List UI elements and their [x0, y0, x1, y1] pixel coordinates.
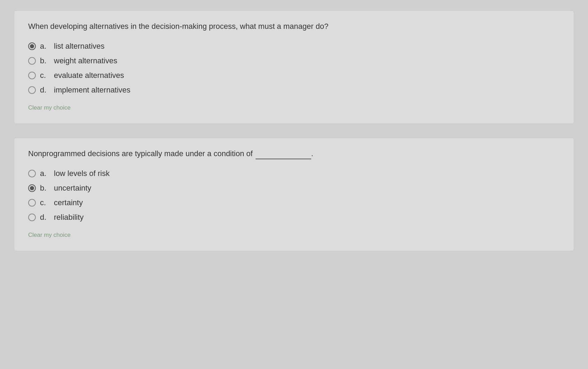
question-1-options: a. list alternatives b. weight alternati… [28, 42, 560, 95]
radio-inner-2-b [30, 186, 34, 190]
option-text-1-d: implement alternatives [54, 86, 130, 95]
option-1-a[interactable]: a. list alternatives [28, 42, 560, 51]
question-card-1: When developing alternatives in the deci… [14, 10, 574, 124]
option-letter-2-a: a. [40, 169, 50, 178]
option-text-2-d: reliability [54, 213, 84, 222]
option-1-c[interactable]: c. evaluate alternatives [28, 71, 560, 80]
option-letter-1-c: c. [40, 71, 50, 80]
option-2-d[interactable]: d. reliability [28, 213, 560, 222]
option-1-d[interactable]: d. implement alternatives [28, 86, 560, 95]
question-2-text-before: Nonprogrammed decisions are typically ma… [28, 149, 253, 158]
radio-2-a[interactable] [28, 170, 36, 177]
option-text-1-c: evaluate alternatives [54, 71, 124, 80]
option-label-2-a: a. low levels of risk [40, 169, 110, 178]
option-label-1-c: c. evaluate alternatives [40, 71, 124, 80]
radio-inner-1-a [30, 44, 34, 48]
option-text-2-b: uncertainty [54, 184, 91, 193]
option-letter-1-b: b. [40, 56, 50, 65]
option-1-b[interactable]: b. weight alternatives [28, 56, 560, 65]
option-text-1-b: weight alternatives [54, 56, 117, 65]
radio-1-c[interactable] [28, 72, 36, 79]
option-label-2-c: c. certainty [40, 198, 83, 207]
option-letter-1-a: a. [40, 42, 50, 51]
question-card-2: Nonprogrammed decisions are typically ma… [14, 138, 574, 251]
option-letter-2-d: d. [40, 213, 50, 222]
option-2-a[interactable]: a. low levels of risk [28, 169, 560, 178]
question-2-options: a. low levels of risk b. uncertainty c. … [28, 169, 560, 222]
option-letter-2-b: b. [40, 184, 50, 193]
option-text-2-a: low levels of risk [54, 169, 110, 178]
radio-2-d[interactable] [28, 214, 36, 221]
option-label-1-b: b. weight alternatives [40, 56, 117, 65]
option-label-2-d: d. reliability [40, 213, 84, 222]
radio-1-d[interactable] [28, 86, 36, 94]
clear-choice-1[interactable]: Clear my choice [28, 104, 71, 111]
radio-2-b[interactable] [28, 184, 36, 192]
clear-choice-2[interactable]: Clear my choice [28, 232, 71, 239]
option-label-1-a: a. list alternatives [40, 42, 105, 51]
option-2-c[interactable]: c. certainty [28, 198, 560, 207]
radio-1-a[interactable] [28, 42, 36, 50]
question-2-text: Nonprogrammed decisions are typically ma… [28, 149, 560, 159]
blank-line [256, 159, 311, 159]
option-label-2-b: b. uncertainty [40, 184, 91, 193]
option-2-b[interactable]: b. uncertainty [28, 184, 560, 193]
radio-1-b[interactable] [28, 57, 36, 65]
option-label-1-d: d. implement alternatives [40, 86, 130, 95]
question-1-text: When developing alternatives in the deci… [28, 21, 560, 32]
radio-2-c[interactable] [28, 199, 36, 207]
option-letter-2-c: c. [40, 198, 50, 207]
option-text-2-c: certainty [54, 198, 83, 207]
option-text-1-a: list alternatives [54, 42, 105, 51]
option-letter-1-d: d. [40, 86, 50, 95]
question-2-text-after: . [311, 149, 313, 158]
